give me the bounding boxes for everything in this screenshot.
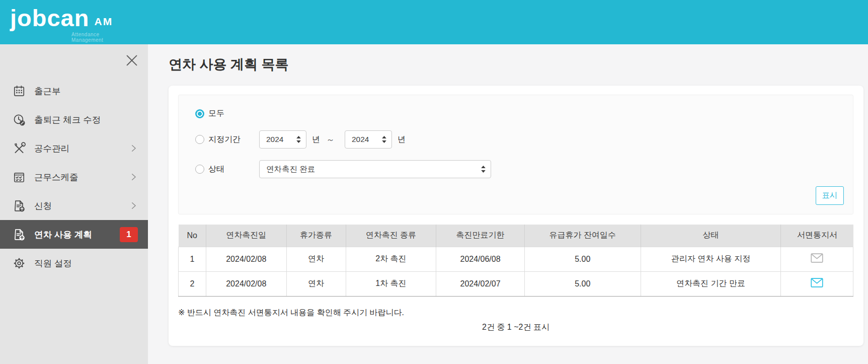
page-title: 연차 사용 계획 목록	[169, 55, 863, 74]
top-header-bar: jobcan AM Attendance Management	[0, 0, 868, 44]
logo-suffix-text: AM	[94, 16, 113, 28]
column-header: 휴가종류	[286, 225, 346, 247]
to-year-unit: 년	[398, 134, 406, 145]
select-arrows-icon	[296, 135, 301, 143]
from-year-unit: 년	[312, 134, 320, 145]
document-add-icon	[13, 228, 26, 241]
from-year-value: 2024	[266, 135, 283, 144]
sidebar-item-man-hour-mgmt[interactable]: 공수관리	[0, 134, 148, 163]
table-cell: 2024/02/08	[206, 247, 286, 271]
radio-period-label[interactable]: 지정기간	[208, 134, 241, 145]
logo-brand-text: jobcan	[10, 5, 89, 31]
sidebar-item-label: 출퇴근 체크 수정	[34, 114, 101, 126]
main-content: 연차 사용 계획 목록 모두 지정기간 2024	[148, 44, 868, 364]
table-cell: 2	[179, 271, 206, 296]
envelope-icon[interactable]	[810, 252, 824, 264]
select-arrows-icon	[481, 165, 486, 173]
table-cell: 2차 촉진	[346, 247, 436, 271]
radio-status-label[interactable]: 상태	[208, 164, 224, 175]
table-cell: 5.00	[524, 271, 641, 296]
leave-plan-table: No연차촉진일휴가종류연차촉진 종류촉진만료기한유급휴가 잔여일수상태서면통지서…	[178, 225, 853, 297]
table-cell: 연차	[286, 247, 346, 271]
calendar-icon	[13, 85, 26, 98]
table-cell: 1차 촉진	[346, 271, 436, 296]
logo-subtitle-text: Attendance Management	[71, 32, 113, 43]
filter-row-all: 모두	[195, 108, 844, 119]
to-year-value: 2024	[352, 135, 369, 144]
select-arrows-icon	[381, 135, 387, 143]
chevron-right-icon	[129, 201, 138, 210]
table-cell: 연차촉진 기간 만료	[641, 271, 781, 296]
table-cell: 2024/06/08	[436, 247, 525, 271]
filter-option-period[interactable]: 지정기간	[195, 134, 259, 145]
column-header: 유급휴가 잔여일수	[524, 225, 641, 247]
sidebar-item-request[interactable]: 신청	[0, 191, 148, 220]
radio-all[interactable]	[195, 109, 204, 118]
gear-icon	[13, 257, 26, 270]
chevron-right-icon	[129, 173, 138, 181]
sidebar-close-button[interactable]	[124, 52, 140, 68]
filter-row-period: 지정기간 2024 년 ～ 2024	[195, 130, 844, 149]
sidebar-item-work-schedule[interactable]: 근무스케줄	[0, 163, 148, 191]
table-cell: 관리자 연차 사용 지정	[641, 247, 781, 271]
table-cell: 5.00	[524, 247, 641, 271]
tools-icon	[13, 142, 26, 155]
table-cell: 연차	[286, 271, 346, 296]
sidebar-item-annual-leave-plan[interactable]: 연차 사용 계획1	[0, 220, 148, 249]
status-select[interactable]: 연차촉진 완료	[259, 160, 491, 178]
filter-row-status: 상태 연차촉진 완료	[195, 160, 844, 178]
sidebar: 출근부출퇴근 체크 수정공수관리근무스케줄신청연차 사용 계획1직원 설정	[0, 44, 148, 364]
column-header: No	[179, 225, 206, 247]
document-add-icon	[13, 199, 26, 212]
filter-actions: 표시	[195, 186, 844, 205]
sidebar-item-attendance-book[interactable]: 출근부	[0, 77, 148, 105]
written-notice-cell	[781, 271, 853, 296]
radio-all-label[interactable]: 모두	[208, 108, 224, 119]
jobcan-logo[interactable]: jobcan AM Attendance Management	[0, 0, 113, 31]
column-header: 서면통지서	[781, 225, 853, 247]
table-cell: 2024/02/07	[436, 271, 525, 296]
notice-text: ※ 반드시 연차촉진 서면통지서 내용을 확인해 주시기 바랍니다.	[178, 308, 853, 318]
from-year-select[interactable]: 2024	[259, 130, 306, 149]
show-button[interactable]: 표시	[816, 186, 844, 205]
sidebar-item-employee-settings[interactable]: 직원 설정	[0, 249, 148, 277]
period-tilde: ～	[326, 134, 335, 145]
content-card: 모두 지정기간 2024 년 ～	[169, 86, 863, 346]
table-cell: 2024/02/08	[206, 271, 286, 296]
sidebar-item-label: 근무스케줄	[34, 171, 78, 183]
radio-status[interactable]	[195, 165, 204, 174]
notification-badge: 1	[120, 227, 138, 242]
chevron-right-icon	[129, 144, 138, 153]
written-notice-cell	[781, 247, 853, 271]
status-select-value: 연차촉진 완료	[266, 164, 315, 175]
column-header: 촉진만료기한	[436, 225, 525, 247]
table-row: 12024/02/08연차2차 촉진2024/06/085.00관리자 연차 사…	[179, 247, 853, 271]
sidebar-item-label: 신청	[34, 200, 52, 212]
filter-option-all[interactable]: 모두	[195, 108, 259, 119]
column-header: 연차촉진일	[206, 225, 286, 247]
table-header-row: No연차촉진일휴가종류연차촉진 종류촉진만료기한유급휴가 잔여일수상태서면통지서	[179, 225, 853, 247]
pagination-text: 2건 중 1 ~2건 표시	[178, 322, 853, 333]
filter-option-status[interactable]: 상태	[195, 164, 259, 175]
table-row: 22024/02/08연차1차 촉진2024/02/075.00연차촉진 기간 …	[179, 271, 853, 296]
column-header: 연차촉진 종류	[346, 225, 436, 247]
table-cell: 1	[179, 247, 206, 271]
clock-edit-icon	[13, 113, 26, 126]
close-icon	[124, 53, 139, 68]
filter-panel: 모두 지정기간 2024 년 ～	[178, 95, 853, 214]
sidebar-item-label: 출근부	[34, 85, 61, 97]
to-year-select[interactable]: 2024	[345, 130, 392, 149]
column-header: 상태	[641, 225, 781, 247]
sidebar-menu: 출근부출퇴근 체크 수정공수관리근무스케줄신청연차 사용 계획1직원 설정	[0, 77, 148, 277]
sidebar-item-clock-check-edit[interactable]: 출퇴근 체크 수정	[0, 105, 148, 134]
sidebar-item-label: 공수관리	[34, 142, 69, 155]
envelope-icon[interactable]	[810, 277, 824, 288]
schedule-icon	[13, 171, 26, 184]
sidebar-item-label: 직원 설정	[34, 257, 72, 269]
radio-period[interactable]	[195, 135, 204, 144]
sidebar-item-label: 연차 사용 계획	[34, 229, 92, 241]
